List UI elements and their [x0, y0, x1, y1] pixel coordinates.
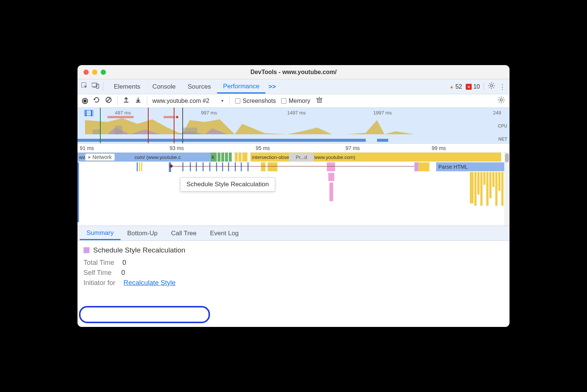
task-bar[interactable]: K: [211, 153, 217, 162]
traffic-lights: [83, 70, 106, 75]
close-window-button[interactable]: [83, 70, 89, 75]
recording-selector[interactable]: www.youtube.com #2: [152, 98, 224, 104]
parse-html-bar[interactable]: Parse HTML: [436, 162, 510, 171]
settings-icon[interactable]: [488, 82, 495, 91]
total-time-label: Total Time: [83, 259, 114, 267]
task-bar[interactable]: [261, 162, 265, 171]
collect-garbage-icon[interactable]: [316, 96, 323, 105]
network-section-toggle[interactable]: Network: [85, 153, 115, 161]
svg-line-6: [107, 98, 110, 102]
record-button[interactable]: [82, 98, 88, 104]
summary-panel: Schedule Style Recalculation Total Time …: [77, 241, 510, 327]
overview-tick: 1997 ms: [373, 110, 392, 116]
task-bar[interactable]: [225, 153, 228, 162]
errors-count[interactable]: ×10: [466, 83, 480, 90]
event-title: Schedule Style Recalculation: [93, 246, 185, 254]
task-bar[interactable]: Pr...d: [289, 153, 314, 161]
tab-event-log[interactable]: Event Log: [203, 227, 246, 240]
task-bar[interactable]: [238, 153, 241, 162]
upload-icon[interactable]: [123, 97, 130, 105]
task-bar[interactable]: [235, 153, 238, 162]
flame-tooltip: Schedule Style Recalculation: [180, 177, 275, 192]
clear-icon[interactable]: [105, 97, 112, 105]
tabs-overflow-button[interactable]: >>: [265, 80, 282, 94]
flame-chart[interactable]: www com/ (www.youtube.c K intersection-o…: [77, 153, 510, 226]
window-title: DevTools - www.youtube.com/: [250, 69, 337, 76]
warnings-count[interactable]: 52: [450, 83, 462, 90]
overview-tick: 249: [493, 110, 501, 116]
screenshots-checkbox[interactable]: Screenshots: [235, 98, 276, 104]
error-icon: ×: [466, 84, 472, 90]
task-bar[interactable]: [268, 162, 277, 171]
overview-tick: 1497 ms: [287, 110, 306, 116]
ruler-tick: 93 ms: [170, 145, 184, 151]
self-time-value: 0: [121, 269, 125, 277]
svg-rect-3: [96, 84, 99, 88]
device-toolbar-icon[interactable]: [92, 83, 99, 91]
reload-icon[interactable]: [93, 97, 100, 105]
svg-rect-2: [93, 87, 95, 88]
devtools-window: DevTools - www.youtube.com/ Elements Con…: [77, 65, 510, 327]
overview-tick: 497 ms: [115, 110, 131, 116]
initiator-for-label: Initiator for: [83, 279, 115, 287]
memory-checkbox[interactable]: Memory: [281, 98, 310, 104]
ruler-tick: 99 ms: [432, 145, 446, 151]
cpu-overview-chart: [77, 116, 510, 134]
initiator-link[interactable]: Recalculate Style: [124, 279, 176, 287]
overview-tick: 997 ms: [201, 110, 217, 116]
child-tasks[interactable]: [470, 172, 510, 206]
devtools-tabbar: Elements Console Sources Performance >> …: [77, 79, 510, 94]
ruler-tick: 91 ms: [80, 145, 94, 151]
task-bar[interactable]: [242, 153, 247, 162]
detail-ruler[interactable]: 91 ms 93 ms 95 ms 97 ms 99 ms: [77, 144, 510, 153]
maximize-window-button[interactable]: [101, 70, 106, 75]
minimize-window-button[interactable]: [92, 70, 97, 75]
script-bar[interactable]: intersection-observer.min.js (www.youtub…: [250, 153, 501, 162]
event-color-swatch: [83, 247, 89, 253]
task-bar[interactable]: [77, 162, 79, 222]
tab-bottom-up[interactable]: Bottom-Up: [121, 227, 164, 240]
task-bar[interactable]: [329, 183, 333, 201]
inspect-element-icon[interactable]: [81, 82, 88, 91]
task-bar[interactable]: [221, 153, 224, 162]
overview-selection[interactable]: [84, 110, 93, 116]
window-titlebar: DevTools - www.youtube.com/: [77, 65, 510, 79]
download-icon[interactable]: [135, 97, 142, 105]
total-time-value: 0: [122, 259, 126, 267]
initiator-arrow: [171, 166, 419, 166]
task-bar[interactable]: [229, 153, 232, 162]
task-bar[interactable]: [418, 162, 429, 171]
tab-performance[interactable]: Performance: [217, 80, 265, 94]
capture-settings-icon[interactable]: [498, 96, 505, 105]
ruler-tick: 95 ms: [256, 145, 270, 151]
details-tabs: Summary Bottom-Up Call Tree Event Log: [77, 226, 510, 241]
net-label: NET: [498, 137, 507, 142]
tab-console[interactable]: Console: [146, 80, 182, 94]
more-options-icon[interactable]: ⋮: [499, 83, 506, 91]
ruler-tick: 97 ms: [346, 145, 360, 151]
tab-sources[interactable]: Sources: [182, 80, 217, 94]
self-time-label: Self Time: [83, 269, 112, 277]
selected-event-marker[interactable]: [414, 162, 418, 171]
vertical-scrollbar[interactable]: [504, 153, 510, 226]
performance-toolbar: www.youtube.com #2 Screenshots Memory: [77, 94, 510, 108]
timeline-overview[interactable]: 497 ms 997 ms 1497 ms 1997 ms 249 CPU NE…: [77, 108, 510, 144]
task-bar[interactable]: [327, 162, 335, 171]
task-bar[interactable]: [218, 153, 220, 162]
tab-elements[interactable]: Elements: [108, 80, 146, 94]
svg-point-12: [500, 99, 502, 101]
svg-point-4: [490, 85, 493, 87]
task-bar[interactable]: [328, 173, 334, 181]
tab-summary[interactable]: Summary: [80, 226, 121, 240]
tab-call-tree[interactable]: Call Tree: [164, 227, 203, 240]
